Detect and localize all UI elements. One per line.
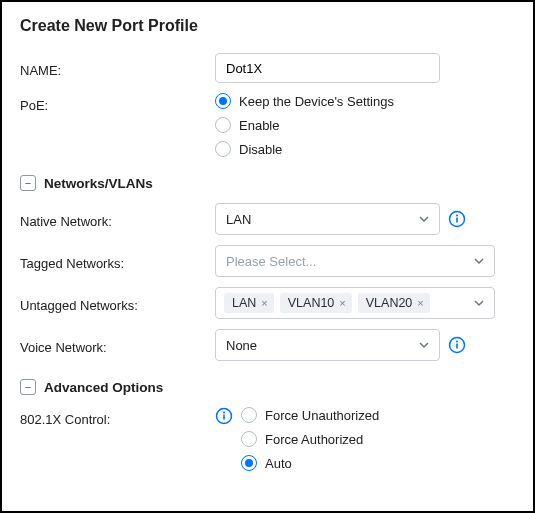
radio-icon (215, 141, 231, 157)
native-network-label: Native Network: (20, 209, 215, 229)
poe-radio-disable[interactable]: Disable (215, 141, 515, 157)
poe-radio-keep[interactable]: Keep the Device's Settings (215, 93, 515, 109)
port-profile-panel: Create New Port Profile NAME: PoE: Keep … (0, 0, 535, 513)
tag-vlan20: VLAN20 × (358, 293, 430, 313)
page-title: Create New Port Profile (20, 17, 515, 35)
voice-network-row: Voice Network: None (20, 329, 515, 361)
radio-icon (215, 117, 231, 133)
svg-rect-8 (223, 415, 225, 420)
radio-icon (215, 93, 231, 109)
dot1x-label: 802.1X Control: (20, 407, 215, 427)
collapse-icon[interactable]: − (20, 379, 36, 395)
networks-section-header: − Networks/VLANs (20, 175, 515, 191)
radio-icon (241, 455, 257, 471)
tag-remove-icon[interactable]: × (261, 297, 267, 309)
voice-network-select[interactable]: None (215, 329, 440, 361)
advanced-section-header: − Advanced Options (20, 379, 515, 395)
poe-row: PoE: Keep the Device's Settings Enable D… (20, 93, 515, 157)
tag-vlan10: VLAN10 × (280, 293, 352, 313)
info-icon[interactable] (448, 336, 466, 354)
poe-radio-enable[interactable]: Enable (215, 117, 515, 133)
radio-icon (241, 431, 257, 447)
tagged-networks-row: Tagged Networks: Please Select... (20, 245, 515, 277)
voice-network-label: Voice Network: (20, 335, 215, 355)
name-label: NAME: (20, 58, 215, 78)
untagged-networks-row: Untagged Networks: LAN × VLAN10 × VLAN20… (20, 287, 515, 319)
radio-icon (241, 407, 257, 423)
tag-remove-icon[interactable]: × (417, 297, 423, 309)
chevron-down-icon (419, 340, 429, 350)
info-icon[interactable] (215, 407, 233, 425)
svg-rect-5 (456, 344, 458, 349)
tag-remove-icon[interactable]: × (339, 297, 345, 309)
dot1x-radio-force-authorized[interactable]: Force Authorized (241, 431, 379, 447)
untagged-networks-label: Untagged Networks: (20, 293, 215, 313)
dot1x-row: 802.1X Control: Force Unauthorized Force… (20, 407, 515, 471)
networks-section-title: Networks/VLANs (44, 176, 153, 191)
chevron-down-icon (474, 256, 484, 266)
tagged-networks-select[interactable]: Please Select... (215, 245, 495, 277)
native-network-row: Native Network: LAN (20, 203, 515, 235)
tag-lan: LAN × (224, 293, 274, 313)
untagged-networks-select[interactable]: LAN × VLAN10 × VLAN20 × (215, 287, 495, 319)
chevron-down-icon (474, 298, 484, 308)
svg-point-4 (456, 341, 458, 343)
native-network-select[interactable]: LAN (215, 203, 440, 235)
tagged-networks-label: Tagged Networks: (20, 251, 215, 271)
svg-point-1 (456, 215, 458, 217)
chevron-down-icon (419, 214, 429, 224)
svg-rect-2 (456, 218, 458, 223)
collapse-icon[interactable]: − (20, 175, 36, 191)
name-input[interactable] (215, 53, 440, 83)
dot1x-radio-auto[interactable]: Auto (241, 455, 379, 471)
info-icon[interactable] (448, 210, 466, 228)
advanced-section-title: Advanced Options (44, 380, 163, 395)
svg-point-7 (223, 412, 225, 414)
poe-label: PoE: (20, 93, 215, 113)
name-row: NAME: (20, 53, 515, 83)
dot1x-radio-force-unauthorized[interactable]: Force Unauthorized (241, 407, 379, 423)
